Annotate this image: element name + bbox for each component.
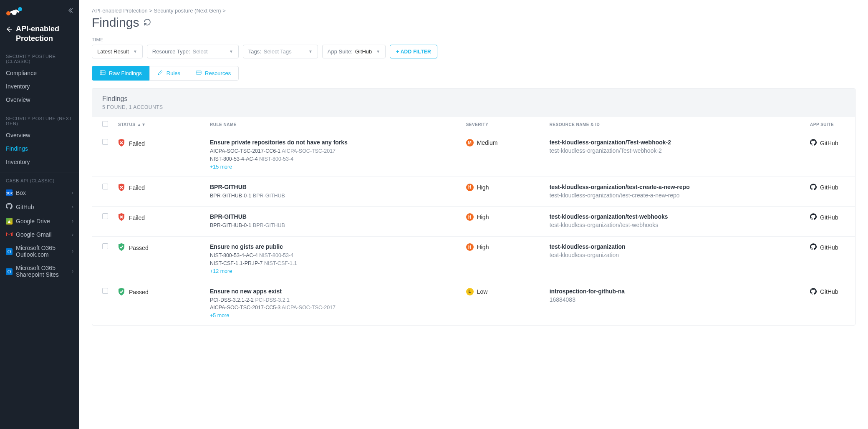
row-checkbox[interactable] xyxy=(102,288,108,294)
tab-resources[interactable]: Resources xyxy=(188,66,239,81)
github-icon xyxy=(810,184,817,192)
filter-latest-result[interactable]: Latest Result ▼ xyxy=(92,45,143,58)
svg-rect-5 xyxy=(100,71,105,75)
row-checkbox[interactable] xyxy=(102,243,108,249)
filter-tags[interactable]: Tags: Select Tags ▼ xyxy=(243,45,318,58)
page-title: Findings xyxy=(92,15,139,30)
sidebar-item-findings[interactable]: Findings xyxy=(0,142,79,155)
col-resource[interactable]: RESOURCE NAME & ID xyxy=(545,117,805,132)
col-rule[interactable]: RULE NAME xyxy=(205,117,461,132)
severity-text: Medium xyxy=(477,139,498,146)
row-checkbox[interactable] xyxy=(102,139,108,145)
tab-label: Resources xyxy=(205,70,231,76)
rule-title: Ensure no new apps exist xyxy=(210,288,456,295)
gmail-icon xyxy=(6,231,13,238)
table-row[interactable]: FailedBPR-GITHUBBPR-GITHUB-0-1 BPR-GITHU… xyxy=(92,207,855,237)
collapse-sidebar-icon[interactable] xyxy=(68,8,73,15)
caret-down-icon: ▼ xyxy=(133,49,137,54)
sidebar-section-header: CASB API (CLASSIC) xyxy=(0,172,79,186)
more-tags-link[interactable]: +12 more xyxy=(210,268,232,274)
severity-text: High xyxy=(477,184,489,191)
breadcrumb[interactable]: API-enabled Protection > Security postur… xyxy=(92,8,855,14)
sidebar-item-overview[interactable]: Overview xyxy=(0,93,79,106)
refresh-icon[interactable] xyxy=(143,18,151,28)
resource-id: 16884083 xyxy=(550,296,800,303)
filter-app-suite[interactable]: App Suite: GitHub ▼ xyxy=(322,45,386,58)
github-icon xyxy=(810,213,817,221)
status-text: Failed xyxy=(129,140,145,147)
github-icon xyxy=(810,139,817,147)
nav-label: Google Gmail xyxy=(16,231,52,238)
filter-tags-label: Tags: xyxy=(248,48,261,55)
tab-raw-findings[interactable]: Raw Findings xyxy=(92,66,150,81)
filters-bar: Latest Result ▼ Resource Type: Select ▼ … xyxy=(92,45,855,58)
shield-pass-icon xyxy=(118,288,125,297)
github-icon xyxy=(6,203,13,211)
resource-id: test-kloudless-organization xyxy=(550,252,800,258)
sidebar-item-microsoft-o365-outlook.com[interactable]: OMicrosoft O365 Outlook.com› xyxy=(0,241,79,261)
nav-label: Google Drive xyxy=(16,218,50,225)
back-arrow-icon[interactable] xyxy=(6,26,13,34)
app-suite-text: GitHub xyxy=(820,140,838,146)
svg-point-0 xyxy=(6,11,10,15)
sidebar-item-google-drive[interactable]: ▲Google Drive› xyxy=(0,214,79,228)
resource-id: test-kloudless-organization/test-create-… xyxy=(550,192,800,199)
filter-resource-type[interactable]: Resource Type: Select ▼ xyxy=(147,45,239,58)
col-severity[interactable]: SEVERITY xyxy=(461,117,545,132)
resource-id: test-kloudless-organization/Test-webhook… xyxy=(550,147,800,154)
shield-fail-icon xyxy=(118,139,125,148)
svg-point-2 xyxy=(18,7,22,11)
severity-badge: H xyxy=(466,243,474,251)
select-all-checkbox[interactable] xyxy=(102,121,108,127)
sidebar-item-inventory[interactable]: Inventory xyxy=(0,80,79,93)
caret-down-icon: ▼ xyxy=(376,49,380,54)
table-row[interactable]: PassedEnsure no gists are publicNIST-800… xyxy=(92,237,855,281)
col-status[interactable]: STATUS▲▼ xyxy=(113,117,205,132)
panel-subtitle: 5 FOUND, 1 ACCOUNTS xyxy=(102,104,845,110)
findings-table: STATUS▲▼ RULE NAME SEVERITY RESOURCE NAM… xyxy=(92,117,855,325)
sidebar-item-inventory[interactable]: Inventory xyxy=(0,155,79,169)
table-row[interactable]: FailedBPR-GITHUBBPR-GITHUB-0-1 BPR-GITHU… xyxy=(92,177,855,207)
row-checkbox[interactable] xyxy=(102,184,108,189)
row-checkbox[interactable] xyxy=(102,213,108,219)
filter-tags-placeholder: Select Tags xyxy=(264,48,292,55)
app-suite-text: GitHub xyxy=(820,214,838,221)
table-row[interactable]: PassedEnsure no new apps existPCI-DSS-3.… xyxy=(92,281,855,325)
card-icon xyxy=(196,70,202,77)
github-icon xyxy=(810,288,817,296)
col-app-suite[interactable]: APP SUITE xyxy=(805,117,855,132)
status-text: Passed xyxy=(129,245,149,251)
resource-name: introspection-for-github-na xyxy=(550,288,800,295)
nav-label: Findings xyxy=(6,145,28,152)
status-text: Failed xyxy=(129,184,145,191)
sidebar-item-microsoft-o365-sharepoint-sites[interactable]: OMicrosoft O365 Sharepoint Sites› xyxy=(0,261,79,281)
sidebar-item-google-gmail[interactable]: Google Gmail› xyxy=(0,228,79,241)
resource-name: test-kloudless-organization xyxy=(550,243,800,250)
resource-name: test-kloudless-organization/test-webhook… xyxy=(550,213,800,220)
rule-title: Ensure private repositories do not have … xyxy=(210,139,456,146)
filter-resource-type-label: Resource Type: xyxy=(152,48,190,55)
tab-rules[interactable]: Rules xyxy=(149,66,188,81)
sidebar-item-github[interactable]: GitHub› xyxy=(0,199,79,214)
sidebar-item-box[interactable]: boxBox› xyxy=(0,186,79,199)
add-filter-button[interactable]: + ADD FILTER xyxy=(390,45,437,58)
severity-badge: H xyxy=(466,213,474,221)
caret-down-icon: ▼ xyxy=(229,49,233,54)
more-tags-link[interactable]: +15 more xyxy=(210,164,232,170)
sidebar-item-overview[interactable]: Overview xyxy=(0,129,79,142)
rule-title: BPR-GITHUB xyxy=(210,184,456,190)
shield-pass-icon xyxy=(118,243,125,252)
nav-label: Compliance xyxy=(6,70,37,76)
rule-tags: NIST-800-53-4-AC-4 NIST-800-53-4NIST-CSF… xyxy=(210,252,456,267)
rule-title: BPR-GITHUB xyxy=(210,213,456,220)
pencil-icon xyxy=(157,70,163,77)
app-suite-text: GitHub xyxy=(820,288,838,295)
severity-text: High xyxy=(477,244,489,250)
more-tags-link[interactable]: +5 more xyxy=(210,313,229,318)
nav-label: Box xyxy=(16,189,26,196)
severity-badge: L xyxy=(466,288,474,295)
table-row[interactable]: FailedEnsure private repositories do not… xyxy=(92,132,855,177)
sidebar: API-enabled Protection SECURITY POSTURE … xyxy=(0,0,79,429)
sidebar-item-compliance[interactable]: Compliance xyxy=(0,66,79,80)
nav-label: Inventory xyxy=(6,83,30,90)
